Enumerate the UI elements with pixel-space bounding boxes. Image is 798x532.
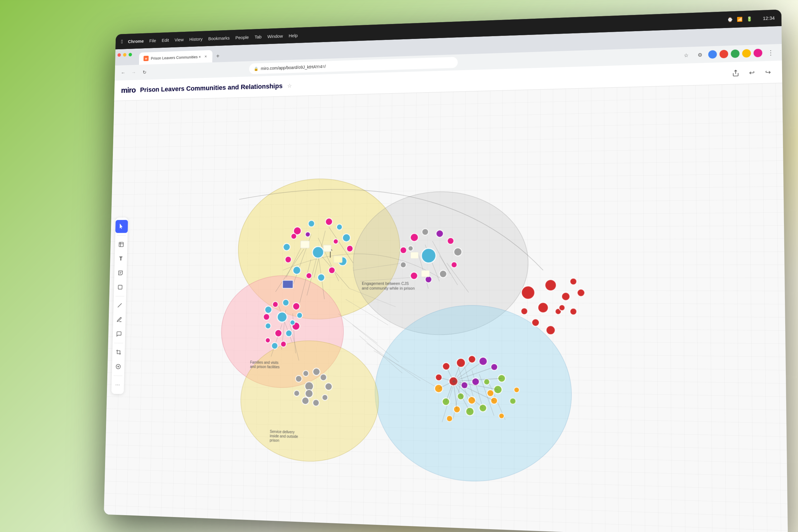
new-tab-button[interactable]: +	[213, 52, 222, 60]
bookmark-icon[interactable]: ☆	[681, 50, 692, 61]
svg-point-86	[410, 233, 418, 242]
svg-text:Families and visits: Families and visits	[250, 360, 278, 365]
menu-help[interactable]: Help	[289, 33, 298, 38]
svg-point-155	[570, 278, 577, 285]
svg-point-16	[240, 340, 379, 463]
svg-rect-7	[118, 285, 122, 289]
svg-text:and prison facilities: and prison facilities	[250, 365, 280, 369]
svg-point-74	[293, 303, 300, 310]
svg-point-110	[491, 397, 497, 404]
extensions-icon[interactable]: ⚙	[694, 49, 705, 60]
shapes-tool-button[interactable]	[114, 281, 127, 293]
svg-point-92	[439, 270, 447, 278]
svg-point-114	[442, 398, 450, 405]
svg-point-127	[510, 398, 516, 404]
svg-point-97	[408, 246, 413, 251]
apple-icon: 	[121, 39, 123, 45]
svg-rect-143	[411, 252, 419, 259]
svg-point-137	[302, 397, 309, 404]
url-text: miro.com/app/board/o9J_ktHAYr4=/	[261, 64, 326, 71]
favorite-star-icon[interactable]: ☆	[287, 82, 292, 89]
share-icon[interactable]	[730, 67, 742, 79]
miro-canvas[interactable]: T	[104, 83, 788, 532]
menu-chrome[interactable]: Chrome	[128, 38, 144, 44]
svg-point-64	[293, 266, 301, 274]
miro-logo[interactable]: miro	[121, 86, 136, 95]
browser-tab-active[interactable]: M Prison Leavers Communities × ✕	[139, 50, 213, 65]
svg-point-111	[479, 404, 487, 412]
select-tool-button[interactable]	[115, 220, 128, 233]
menu-people[interactable]: People	[235, 35, 249, 40]
menu-tab[interactable]: Tab	[255, 34, 262, 39]
svg-point-71	[265, 306, 272, 313]
miro-app: miro Prison Leavers Communities and Rela…	[104, 60, 788, 532]
tab-favicon: M	[144, 56, 149, 61]
pen-tool-button[interactable]	[113, 313, 126, 326]
svg-text:Service delivery: Service delivery	[270, 430, 294, 434]
svg-point-63	[306, 273, 312, 278]
svg-point-100	[532, 319, 539, 326]
svg-rect-144	[421, 270, 430, 277]
import-tool-button[interactable]	[112, 360, 125, 373]
tab-title: Prison Leavers Communities ×	[151, 55, 201, 60]
svg-point-58	[343, 234, 350, 242]
comment-tool-button[interactable]	[113, 327, 125, 341]
text-tool-button[interactable]: T	[114, 252, 127, 265]
profile-avatar-5[interactable]	[754, 49, 762, 57]
toolbar-divider-2	[115, 296, 125, 297]
svg-point-57	[337, 224, 342, 230]
menu-items: Chrome File Edit View History Bookmarks …	[128, 33, 298, 44]
profile-avatar-4[interactable]	[742, 49, 751, 57]
menu-window[interactable]: Window	[267, 33, 283, 39]
svg-point-77	[286, 330, 292, 337]
svg-point-133	[320, 374, 327, 381]
menu-bookmarks[interactable]: Bookmarks	[208, 35, 230, 41]
sticky-note-tool-button[interactable]	[114, 266, 127, 280]
refresh-button[interactable]: ↻	[140, 68, 148, 76]
svg-point-99	[538, 302, 548, 313]
svg-point-78	[275, 329, 282, 337]
toolbar-divider-3	[114, 343, 124, 343]
svg-point-80	[263, 314, 270, 320]
svg-point-154	[562, 292, 570, 301]
undo-icon[interactable]: ↩	[746, 67, 758, 78]
menu-view[interactable]: View	[174, 37, 184, 42]
toolbar-divider-4	[113, 376, 122, 376]
svg-point-87	[422, 229, 428, 235]
menu-file[interactable]: File	[149, 38, 156, 43]
crop-tool-button[interactable]	[112, 346, 125, 359]
menu-edit[interactable]: Edit	[162, 37, 169, 43]
svg-point-94	[410, 272, 417, 279]
svg-point-84	[265, 338, 270, 343]
back-button[interactable]: ←	[119, 69, 127, 77]
svg-point-95	[400, 262, 406, 268]
svg-text:Engagement between CJS: Engagement between CJS	[362, 281, 409, 286]
svg-point-101	[546, 326, 555, 335]
menu-dots-icon[interactable]: ⋮	[765, 47, 777, 58]
tab-close-button[interactable]: ✕	[203, 54, 208, 59]
system-tray: ⌚ 📶 🔋 12:34	[727, 16, 775, 22]
svg-point-157	[559, 305, 565, 311]
svg-point-66	[283, 243, 290, 251]
more-tools-button[interactable]: ···	[111, 378, 124, 392]
redo-icon[interactable]: ↪	[762, 66, 774, 78]
svg-point-89	[447, 238, 454, 244]
svg-point-134	[325, 383, 332, 390]
profile-avatar-3[interactable]	[731, 50, 739, 58]
svg-point-62	[318, 274, 325, 281]
svg-point-96	[400, 247, 407, 253]
svg-point-139	[305, 390, 313, 398]
svg-point-121	[484, 379, 490, 385]
lock-icon: 🔒	[254, 66, 259, 71]
svg-point-156	[577, 289, 585, 297]
profile-avatar-2[interactable]	[719, 50, 728, 58]
menu-history[interactable]: History	[189, 36, 203, 41]
svg-point-55	[308, 220, 315, 227]
forward-button[interactable]: →	[130, 68, 138, 77]
line-tool-button[interactable]	[113, 299, 126, 312]
svg-point-128	[514, 387, 519, 392]
svg-point-126	[499, 413, 504, 419]
profile-avatar-1[interactable]	[708, 50, 717, 59]
svg-point-67	[291, 233, 297, 239]
frames-tool-button[interactable]	[115, 238, 128, 251]
